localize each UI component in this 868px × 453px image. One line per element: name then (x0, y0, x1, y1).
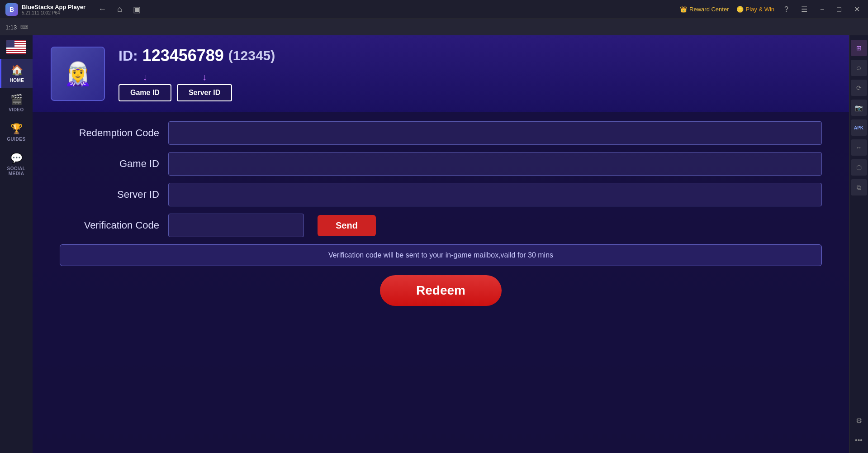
home-icon: 🏠 (11, 64, 23, 76)
apk-icon: APK (854, 125, 863, 130)
id-section: ID: 123456789 (12345) ↓ Game ID ↓ Server… (119, 46, 275, 101)
back-button[interactable]: ← (95, 3, 110, 16)
coin-icon: 🪙 (736, 6, 744, 13)
app-title-group: BlueStacks App Player 5.21.111.1002 P64 (22, 4, 85, 15)
verification-code-row: Verification Code Send (60, 214, 822, 237)
play-win-label: Play & Win (746, 6, 775, 13)
keyboard-icon[interactable]: ⌨ (20, 24, 28, 30)
right-btn-profile[interactable]: ☺ (851, 60, 867, 76)
display-icon: ⊞ (856, 44, 862, 52)
reward-center-label: Reward Center (689, 6, 729, 13)
address-bar: 1:13 ⌨ (0, 19, 868, 35)
rotate-icon: ⟳ (856, 84, 862, 91)
redemption-code-row: Redemption Code (60, 121, 822, 145)
game-id-input[interactable] (168, 152, 822, 176)
multi-icon: ⧉ (857, 184, 861, 191)
sidebar-video-label: VIDEO (9, 107, 24, 112)
server-id-input[interactable] (168, 183, 822, 206)
guides-icon: 🏆 (10, 123, 23, 135)
verification-code-label: Verification Code (60, 219, 159, 231)
server-id-button[interactable]: Server ID (177, 84, 232, 101)
close-button[interactable]: ✕ (851, 4, 863, 14)
title-bar-right: 👑 Reward Center 🪙 Play & Win ? ☰ − □ ✕ (680, 4, 863, 14)
right-btn-display[interactable]: ⊞ (851, 40, 867, 56)
sidebar-item-guides[interactable]: 🏆 GUIDES (0, 118, 33, 147)
us-flag-icon (6, 40, 26, 54)
resize-icon: ↔ (856, 144, 862, 151)
crown-icon: 👑 (680, 6, 687, 13)
redemption-code-input[interactable] (168, 121, 822, 145)
app-logo: B (5, 3, 18, 16)
macro-icon: ⬡ (856, 164, 862, 171)
sidebar-social-label: SOCIAL MEDIA (3, 166, 30, 176)
right-btn-settings[interactable]: ⚙ (851, 412, 867, 429)
settings-icon: ⚙ (856, 416, 862, 425)
info-note: Verification code will be sent to your i… (60, 244, 822, 266)
title-bar: B BlueStacks App Player 5.21.111.1002 P6… (0, 0, 868, 19)
reward-center-button[interactable]: 👑 Reward Center (680, 6, 729, 13)
game-area: 🧝‍♀️ ID: 123456789 (12345) ↓ Game ID (33, 35, 849, 453)
game-id-button[interactable]: Game ID (119, 84, 171, 101)
menu-button[interactable]: ☰ (798, 4, 810, 14)
server-id-display: (12345) (228, 48, 275, 63)
server-id-arrow: ↓ (202, 72, 207, 82)
nav-buttons: ← ⌂ ▣ (95, 3, 144, 16)
play-win-button[interactable]: 🪙 Play & Win (736, 6, 775, 13)
app-name: BlueStacks App Player (22, 4, 85, 10)
right-sidebar: ⊞ ☺ ⟳ 📷 APK ↔ ⬡ ⧉ ⚙ ••• (849, 35, 868, 453)
game-id-group: ↓ Game ID (119, 72, 171, 101)
tabs-button[interactable]: ▣ (129, 3, 144, 16)
id-buttons: ↓ Game ID ↓ Server ID (119, 72, 275, 101)
right-btn-macro[interactable]: ⬡ (851, 159, 867, 176)
right-btn-more[interactable]: ••• (851, 432, 867, 448)
left-sidebar: 🏠 HOME 🎬 VIDEO 🏆 GUIDES 💬 SOCIAL MEDIA (0, 35, 33, 453)
right-btn-resize[interactable]: ↔ (851, 139, 867, 156)
sidebar-home-label: HOME (10, 78, 24, 83)
profile-icon: ☺ (855, 64, 862, 72)
main-layout: 🏠 HOME 🎬 VIDEO 🏆 GUIDES 💬 SOCIAL MEDIA 🧝… (0, 35, 868, 453)
help-button[interactable]: ? (782, 5, 791, 14)
time-display: 1:13 (5, 24, 17, 31)
id-display: ID: 123456789 (12345) (119, 46, 275, 65)
right-btn-multi[interactable]: ⧉ (851, 179, 867, 196)
verification-code-input[interactable] (168, 214, 304, 237)
sidebar-item-home[interactable]: 🏠 HOME (0, 59, 33, 88)
game-id-row: Game ID (60, 152, 822, 176)
sidebar-item-social[interactable]: 💬 SOCIAL MEDIA (0, 147, 33, 181)
home-button[interactable]: ⌂ (114, 3, 126, 16)
redemption-code-label: Redemption Code (60, 127, 159, 139)
sidebar-guides-label: GUIDES (7, 137, 25, 142)
redeem-button[interactable]: Redeem (380, 275, 502, 306)
id-label: ID: (119, 48, 138, 64)
form-area: Redemption Code Game ID Server ID Verifi… (33, 112, 849, 453)
server-id-label: Server ID (60, 189, 159, 200)
right-btn-rotate[interactable]: ⟳ (851, 80, 867, 96)
server-id-row: Server ID (60, 183, 822, 206)
top-banner: 🧝‍♀️ ID: 123456789 (12345) ↓ Game ID (33, 35, 849, 112)
game-id-label: Game ID (60, 158, 159, 170)
character-avatar: 🧝‍♀️ (51, 47, 105, 101)
right-btn-apk[interactable]: APK (851, 119, 867, 136)
language-flag[interactable] (6, 40, 26, 54)
avatar-emoji: 🧝‍♀️ (64, 61, 92, 87)
more-icon: ••• (855, 436, 863, 444)
send-button[interactable]: Send (318, 215, 376, 236)
camera-icon: 📷 (855, 104, 863, 111)
sidebar-item-video[interactable]: 🎬 VIDEO (0, 88, 33, 118)
player-id: 123456789 (142, 46, 224, 65)
minimize-button[interactable]: − (817, 5, 827, 14)
social-icon: 💬 (10, 153, 23, 164)
video-icon: 🎬 (10, 94, 23, 105)
maximize-button[interactable]: □ (834, 5, 844, 14)
server-id-group: ↓ Server ID (177, 72, 232, 101)
game-id-arrow: ↓ (142, 72, 147, 82)
right-btn-camera[interactable]: 📷 (851, 100, 867, 116)
app-version: 5.21.111.1002 P64 (22, 10, 85, 15)
